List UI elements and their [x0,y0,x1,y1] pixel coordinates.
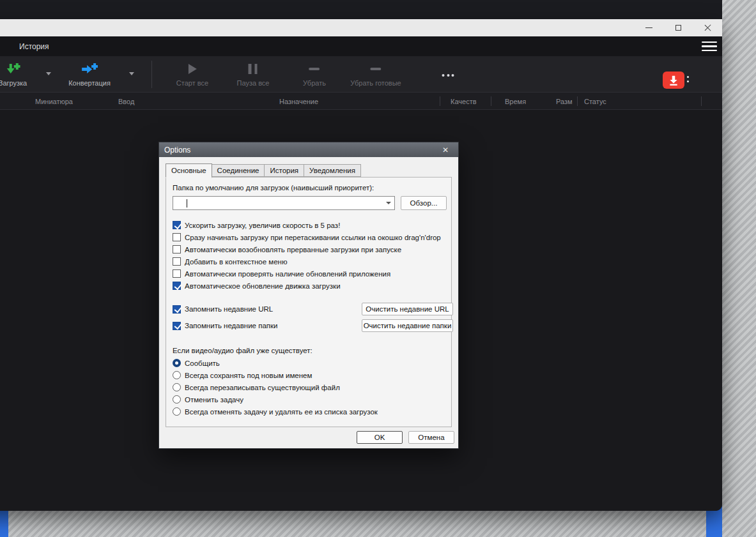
default-folder-input[interactable] [174,197,382,209]
tab-connection[interactable]: Соединение [212,164,265,177]
drag-handle-dots-icon[interactable] [687,76,689,85]
toolbar-label: Убрать [303,79,326,87]
checkbox-box[interactable] [173,233,181,241]
toolbar-separator [151,61,152,88]
toolbar-remove-button[interactable]: Убрать [303,63,326,87]
menu-bar: История [0,36,722,56]
combobox-dropdown-button[interactable] [383,197,394,209]
column-status[interactable]: Статус [584,98,606,105]
checkbox-remember-urls[interactable] [173,305,181,314]
checkbox-label: Запомнить недавние URL [185,305,273,313]
convert-dropdown-chevron-icon[interactable] [129,72,134,75]
column-separator[interactable] [491,96,491,106]
quick-download-button[interactable] [663,72,684,89]
window-titlebar [0,19,722,36]
column-separator[interactable] [440,96,440,106]
tab-history[interactable]: История [265,164,304,177]
more-icon [442,69,454,82]
close-icon [704,24,711,31]
toolbar-pause-all-button[interactable]: Пауза все [237,63,270,87]
checkbox-resume-on-start[interactable]: Автоматически возобновлять прерванные за… [173,245,441,253]
toolbar-label: Убрать готовые [350,79,401,87]
radio-notify[interactable]: Сообщить [173,359,378,367]
cancel-button[interactable]: Отмена [408,431,454,444]
column-separator[interactable] [701,96,702,106]
list-column-header: Миниатюра Ввод Назначение Качеств Время … [0,93,722,110]
radio-circle[interactable] [173,359,181,367]
column-input[interactable]: Ввод [118,98,134,105]
menu-item-history[interactable]: История [19,42,49,51]
desktop-background: История Загрузка [0,0,756,537]
column-destination[interactable]: Назначение [279,98,318,105]
checkbox-context-menu[interactable]: Добавить в контекстное меню [173,257,441,266]
column-separator[interactable] [577,96,578,106]
maximize-icon [675,25,681,31]
background-dark-strip [0,0,722,19]
remember-recent-folders-row: Запомнить недавние папки Очистить недавн… [173,319,277,332]
checkbox-box[interactable] [173,245,181,253]
dialog-tabs: Основные Соединение История Уведомления [166,163,361,177]
remove-icon [309,63,320,75]
wallpaper-blue-accent-left [0,510,8,537]
text-caret [187,199,187,208]
radio-label: Всегда перезаписывать существующий файл [185,384,340,391]
chevron-down-icon [386,202,391,204]
radio-overwrite[interactable]: Всегда перезаписывать существующий файл [173,383,378,391]
radio-label: Отменить задачу [185,396,243,404]
checkbox-engine-autoupdate[interactable]: Автоматическое обновление движка загрузк… [173,282,441,290]
radio-save-new-name[interactable]: Всегда сохранять под новым именем [173,371,378,379]
checkbox-label: Добавить в контекстное меню [185,258,288,266]
toolbar-start-all-button[interactable]: Старт все [176,63,208,87]
column-size[interactable]: Разм [556,98,573,105]
download-arrow-icon [668,75,679,86]
browse-button[interactable]: Обзор... [401,196,447,210]
toolbar-label: Пауза все [237,79,270,87]
checkbox-label: Автоматически возобновлять прерванные за… [185,246,401,253]
radio-circle[interactable] [173,407,181,416]
radio-circle[interactable] [173,395,181,404]
column-time[interactable]: Время [505,98,526,105]
checkbox-remember-folders[interactable] [173,322,181,330]
close-button[interactable] [693,19,722,36]
minimize-icon [645,27,652,28]
toolbar-remove-finished-button[interactable]: Убрать готовые [350,63,401,87]
checkbox-drag-drop-start[interactable]: Сразу начинать загрузку при перетаскиван… [173,233,441,241]
clear-recent-urls-button[interactable]: Очистить недавние URL [362,303,453,315]
toolbar-label: Загрузка [0,79,27,87]
checkbox-check-app-updates[interactable]: Автоматически проверять наличие обновлен… [173,269,441,278]
default-folder-combobox[interactable] [173,196,395,210]
column-quality[interactable]: Качеств [451,98,477,105]
column-thumbnail[interactable]: Миниатюра [35,98,73,105]
tab-notifications[interactable]: Уведомления [304,164,361,177]
radio-circle[interactable] [173,371,181,379]
dialog-close-button[interactable]: ✕ [438,146,453,155]
download-dropdown-chevron-icon[interactable] [46,72,51,75]
tab-panel-general: Папка по умолчанию для загрузок (наивысш… [166,177,452,427]
clear-recent-folders-button[interactable]: Очистить недавние папки [362,319,453,332]
toolbar-more-button[interactable] [442,69,454,86]
checkbox-box[interactable] [173,257,181,266]
checkbox-box[interactable] [173,269,181,278]
dialog-titlebar[interactable]: Options ✕ [159,142,458,157]
ok-button[interactable]: OK [357,431,403,444]
pause-icon [249,63,258,75]
remove-finished-icon [370,63,381,75]
radio-cancel-task[interactable]: Отменить задачу [173,395,378,404]
tab-general[interactable]: Основные [166,163,212,178]
checkbox-label: Автоматически проверять наличие обновлен… [185,270,390,278]
checkbox-box[interactable] [173,282,181,290]
maximize-button[interactable] [663,19,693,36]
convert-icon [81,63,98,75]
radio-label: Сообщить [185,359,220,367]
checkbox-box[interactable] [173,221,181,229]
radio-circle[interactable] [173,383,181,391]
checkbox-label: Автоматическое обновление движка загрузк… [185,282,341,290]
hamburger-menu-button[interactable] [702,42,717,54]
toolbar-convert-button[interactable]: Конвертация [68,63,111,87]
minimize-button[interactable] [634,19,663,36]
toolbar-label: Конвертация [68,79,111,87]
checkbox-speed-boost[interactable]: Ускорить загрузку, увеличив скорость в 5… [173,221,441,229]
toolbar-add-download-button[interactable]: Загрузка [0,63,27,87]
radio-cancel-and-remove[interactable]: Всегда отменять задачу и удалять ее из с… [173,407,378,416]
toolbar-label: Старт все [176,79,208,87]
